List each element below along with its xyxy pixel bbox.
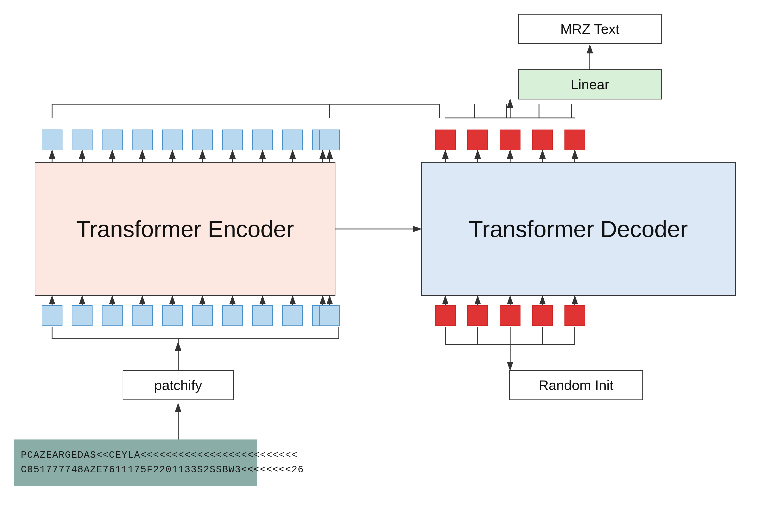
encoder-bot-square-9 — [282, 305, 303, 326]
encoder-bot-square-8 — [252, 305, 273, 326]
decoder-bot-square-5 — [564, 305, 585, 326]
random-init-box: Random Init — [509, 370, 643, 400]
linear-label: Linear — [571, 77, 609, 93]
decoder-bot-square-1 — [435, 305, 456, 326]
encoder-bot-square-7 — [222, 305, 243, 326]
decoder-top-square-1 — [435, 130, 456, 150]
decoder-bot-square-4 — [532, 305, 553, 326]
encoder-bot-square-11 — [319, 305, 340, 326]
mrz-text-box: MRZ Text — [518, 14, 661, 44]
mrz-line-1: PCAZEARGEDAS<<CEYLA<<<<<<<<<<<<<<<<<<<<<… — [21, 448, 298, 463]
decoder-box: Transformer Decoder — [421, 162, 736, 296]
encoder-top-square-9 — [282, 130, 303, 150]
encoder-bot-square-2 — [72, 305, 93, 326]
patchify-box: patchify — [123, 370, 234, 400]
mrz-text-label: MRZ Text — [560, 21, 619, 37]
encoder-top-square-8 — [252, 130, 273, 150]
decoder-top-square-2 — [467, 130, 488, 150]
encoder-top-square-3 — [102, 130, 123, 150]
encoder-box: Transformer Encoder — [35, 162, 336, 296]
encoder-top-square-7 — [222, 130, 243, 150]
decoder-bot-square-3 — [500, 305, 521, 326]
encoder-bot-square-6 — [192, 305, 213, 326]
decoder-top-square-3 — [500, 130, 521, 150]
encoder-bot-square-4 — [132, 305, 153, 326]
encoder-bot-square-1 — [42, 305, 62, 326]
decoder-top-square-4 — [532, 130, 553, 150]
decoder-bot-square-2 — [467, 305, 488, 326]
encoder-top-square-2 — [72, 130, 93, 150]
mrz-image: PCAZEARGEDAS<<CEYLA<<<<<<<<<<<<<<<<<<<<<… — [14, 439, 257, 486]
encoder-top-square-6 — [192, 130, 213, 150]
encoder-top-square-1 — [42, 130, 62, 150]
decoder-top-square-5 — [564, 130, 585, 150]
encoder-bot-square-3 — [102, 305, 123, 326]
linear-box: Linear — [518, 69, 661, 99]
diagram-container: MRZ Text Linear Transformer Encoder Tran… — [0, 0, 759, 532]
encoder-top-square-5 — [162, 130, 183, 150]
encoder-bot-square-5 — [162, 305, 183, 326]
encoder-top-square-11 — [319, 130, 340, 150]
patchify-label: patchify — [154, 377, 202, 393]
random-init-label: Random Init — [539, 377, 614, 393]
encoder-label: Transformer Encoder — [76, 216, 294, 243]
decoder-label: Transformer Decoder — [469, 216, 688, 243]
mrz-line-2: C051777748AZE7611175F2201133S2SSBW3<<<<<… — [21, 463, 304, 477]
encoder-top-square-4 — [132, 130, 153, 150]
